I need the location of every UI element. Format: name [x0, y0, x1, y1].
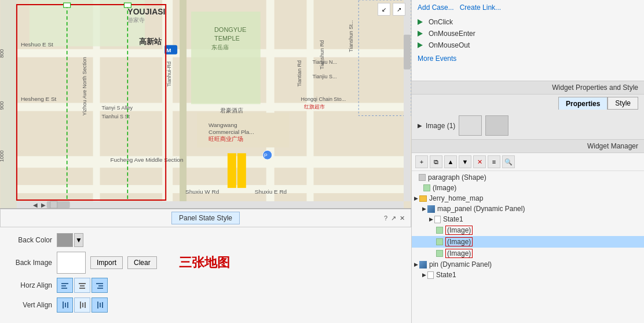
paragraph-label: paragraph (Shape): [428, 173, 486, 182]
map-panel-label: map_panel (Dynamic Panel): [437, 205, 525, 213]
tree-item-image-2[interactable]: (Image): [412, 236, 644, 248]
import-button[interactable]: Import: [90, 256, 123, 269]
widget-manager-section: Widget Manager + ⧉ ▲ ▼ ✕ ≡ 🔍 paragraph (…: [412, 140, 644, 323]
wm-search-button[interactable]: 🔍: [502, 155, 515, 168]
state1-label: State1: [443, 215, 463, 223]
panel-state-button[interactable]: Panel State Style: [171, 212, 240, 224]
tree-item-pin[interactable]: ▶ pin (Dynamic Panel): [412, 259, 644, 270]
svg-text:Heshuo E St: Heshuo E St: [21, 41, 53, 48]
tree-item-image-1[interactable]: (Image): [412, 224, 644, 236]
svg-rect-79: [102, 302, 103, 308]
pin-icon: [419, 261, 427, 268]
svg-text:◀: ◀: [33, 202, 38, 208]
add-case-link[interactable]: Add Case...: [418, 3, 454, 12]
image1-label: (Image): [445, 226, 473, 235]
expand-icon[interactable]: ↗: [391, 215, 396, 222]
map-svg: DONGYUE TEMPLE 东岳庙 Wangwang Commercial P…: [0, 0, 411, 208]
help-icon[interactable]: ?: [384, 215, 387, 222]
svg-text:Shuxiu E Rd: Shuxiu E Rd: [255, 188, 287, 195]
svg-text:游家寺: 游家寺: [127, 17, 145, 23]
svg-text:Tianjiu N...: Tianjiu N...: [312, 59, 337, 65]
onmouseout-event-item[interactable]: OnMouseOut: [418, 39, 638, 51]
tree-item-jerry-home-map[interactable]: ▶ Jerry_home_map: [412, 193, 644, 204]
create-link-link[interactable]: Create Link...: [460, 3, 501, 12]
tree-item-image-solo[interactable]: (Image): [412, 183, 644, 193]
tab-style[interactable]: Style: [608, 97, 638, 110]
color-swatch[interactable]: [57, 233, 73, 247]
image-preview: [57, 252, 86, 274]
wm-add-button[interactable]: +: [415, 155, 428, 168]
horz-align-left-button[interactable]: [57, 278, 73, 293]
vert-align-buttons: [57, 297, 108, 313]
panel-state-bar: Panel State Style ? ↗ ✕: [0, 209, 411, 227]
image-thumbnail: [459, 115, 482, 136]
expand-arrow-jerry: ▶: [414, 195, 418, 201]
image3-label: (Image): [445, 249, 473, 258]
onmouseenter-label: OnMouseEnter: [429, 30, 475, 38]
vert-align-middle-button[interactable]: [74, 297, 90, 313]
svg-text:Fucheng Ave Middle Section: Fucheng Ave Middle Section: [110, 157, 183, 163]
svg-rect-55: [404, 0, 411, 201]
wm-copy-button[interactable]: ⧉: [430, 155, 442, 168]
horz-align-center-button[interactable]: [74, 278, 90, 293]
svg-text:M: M: [166, 47, 171, 53]
onmouseenter-event-item[interactable]: OnMouseEnter: [418, 28, 638, 39]
tree-item-state1-pin[interactable]: ▶ State1: [412, 270, 644, 280]
back-image-label: Back Image: [6, 259, 52, 267]
state1-pin-label: State1: [436, 271, 456, 279]
svg-text:Tianhui S St: Tianhui S St: [101, 114, 130, 119]
svg-rect-69: [98, 285, 103, 286]
horz-align-right-button[interactable]: [92, 278, 108, 293]
tree-item-paragraph[interactable]: paragraph (Shape): [412, 172, 644, 183]
color-dropdown-arrow[interactable]: ▼: [74, 233, 83, 247]
image3-icon: [436, 250, 443, 257]
props-tabs: Properties Style: [412, 95, 644, 112]
expand-arrow-pin: ▶: [414, 262, 418, 267]
svg-text:Hesheng E St: Hesheng E St: [21, 96, 57, 103]
image-solo-label: (Image): [433, 184, 456, 192]
right-panel: Add Case... Create Link... OnClick OnMou…: [411, 0, 644, 323]
svg-text:1000: 1000: [0, 150, 5, 162]
wm-filter-button[interactable]: ≡: [488, 155, 500, 168]
vert-align-bottom-button[interactable]: [92, 297, 108, 313]
tree-item-image-3[interactable]: (Image): [412, 248, 644, 259]
tree-item-state1[interactable]: ▶ State1: [412, 214, 644, 224]
svg-rect-50: [64, 3, 71, 8]
onclick-event-item[interactable]: OnClick: [418, 16, 638, 28]
tab-properties[interactable]: Properties: [558, 97, 608, 110]
svg-rect-70: [97, 288, 103, 289]
vert-align-top-button[interactable]: [57, 297, 73, 313]
vert-align-label: Vert Align: [6, 301, 52, 309]
svg-rect-53: [228, 153, 236, 188]
svg-text:Shuxiu W Rd: Shuxiu W Rd: [185, 188, 219, 195]
tree-item-map-panel[interactable]: ▶ map_panel (Dynamic Panel): [412, 204, 644, 214]
close-icon[interactable]: ✕: [400, 215, 405, 222]
map-zoom-out-button[interactable]: ↙: [378, 3, 390, 16]
wm-down-button[interactable]: ▼: [459, 155, 471, 168]
svg-rect-78: [100, 303, 101, 307]
clear-button[interactable]: Clear: [127, 256, 157, 269]
state1-pin-icon: [427, 271, 434, 279]
events-section: Add Case... Create Link... OnClick OnMou…: [412, 0, 644, 81]
svg-text:Tianshun St...: Tianshun St...: [348, 20, 354, 52]
svg-rect-61: [50, 201, 57, 208]
svg-text:Tianshun Rd: Tianshun Rd: [319, 40, 325, 70]
svg-rect-67: [79, 288, 85, 289]
wm-delete-button[interactable]: ✕: [473, 155, 486, 168]
more-events-link[interactable]: More Events: [418, 55, 638, 63]
svg-text:TEMPLE: TEMPLE: [214, 35, 240, 42]
svg-rect-65: [79, 283, 86, 284]
state1-icon: [434, 216, 441, 223]
svg-text:东岳庙: 东岳庙: [211, 44, 229, 50]
widget-tree: paragraph (Shape) (Image) ▶ Jerry_home_m…: [412, 171, 644, 323]
paragraph-icon: [419, 174, 426, 181]
map-toolbar: ↙ ↗: [378, 3, 405, 16]
wm-up-button[interactable]: ▲: [444, 155, 457, 168]
svg-rect-75: [82, 303, 83, 307]
map-zoom-in-button[interactable]: ↗: [393, 3, 405, 16]
image-thumbnail-2: [485, 115, 508, 136]
onclick-icon: [418, 19, 423, 25]
svg-text:旺旺商业广场: 旺旺商业广场: [208, 136, 243, 142]
svg-text:Tiantian Rd: Tiantian Rd: [297, 60, 302, 87]
svg-rect-57: [17, 201, 404, 208]
